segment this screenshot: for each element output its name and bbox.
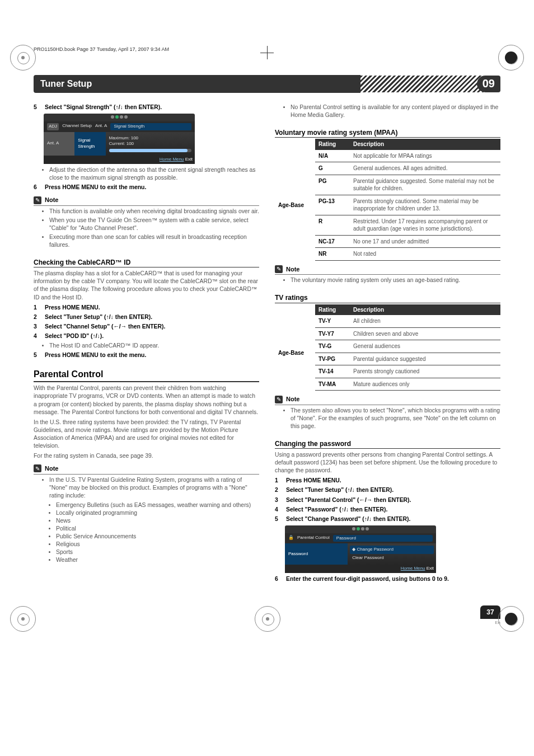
osd-max-label: Maximum:: [109, 135, 130, 140]
lock-icon: 🔒: [288, 535, 294, 542]
note-item: This function is available only when rec…: [49, 208, 259, 215]
rating-cell: R: [315, 215, 350, 235]
list-item: Locally originated programming: [56, 509, 259, 517]
parental-paragraph-2: In the U.S. three rating systems have be…: [34, 419, 259, 450]
step-text: Press HOME MENU.: [286, 477, 500, 485]
list-item: Public Service Announcements: [56, 533, 259, 541]
step-number: 3: [275, 496, 283, 504]
step-text: Select "Tuner Setup" (↑/↓ then ENTER).: [45, 313, 259, 321]
desc-cell: General audiences: [350, 340, 500, 353]
page-number: 37: [480, 605, 500, 619]
list-item: Weather: [56, 556, 259, 564]
osd-signal-strength: ADJ Channel Setup Ant. A Signal Strength…: [44, 114, 195, 164]
osd-cur-val: 100: [127, 141, 134, 146]
osd-max-val: 100: [131, 135, 138, 140]
rating-cell: TV-MA: [315, 378, 350, 391]
note-label: Note: [45, 196, 58, 204]
bullet-no-parental: No Parental Control setting is available…: [291, 104, 500, 119]
list-item: Political: [56, 525, 259, 533]
section-cablecard: Checking the CableCARD™ ID: [34, 255, 259, 267]
desc-cell: Parents strongly cautioned. Some materia…: [350, 195, 500, 215]
rating-cell: TV-G: [315, 340, 350, 353]
rating-cell: TV-Y7: [315, 327, 350, 340]
step-number: 5: [275, 515, 283, 523]
chapter-header: Tuner Setup 09: [34, 75, 500, 93]
language-label: En: [275, 620, 500, 626]
left-column: 5 Select "Signal Strength" (↑/↓ then ENT…: [34, 102, 259, 626]
note-icon: ✎: [34, 464, 41, 472]
th-rating: Rating: [315, 139, 350, 150]
note-text: The voluntary movie rating system only u…: [291, 276, 500, 284]
note-item: Executing more than one scan for cables …: [49, 233, 259, 249]
osd-crumb-2: Ant. A: [95, 123, 107, 130]
chapter-title: Tuner Setup: [34, 75, 360, 93]
section-mpaa: Voluntary movie rating system (MPAA): [275, 125, 500, 138]
list-item: Religious: [56, 541, 259, 548]
chapter-number: 09: [477, 76, 500, 92]
print-crosshair-top: [260, 46, 274, 59]
step-text: Select "Change Password" (↑/↓ then ENTER…: [286, 515, 500, 523]
step-text: Select "Tuner Setup" (↑/↓ then ENTER).: [286, 486, 500, 494]
osd-left-1: Password: [285, 543, 348, 565]
cablecard-paragraph: The plasma display has a slot for a Cabl…: [34, 270, 259, 301]
osd-crumb-3: Signal Strength: [110, 123, 191, 130]
step-text: Select "Parental Control" (←/→ then ENTE…: [286, 496, 500, 504]
rating-cell: NR: [315, 248, 350, 261]
step-number: 1: [34, 304, 41, 312]
desc-cell: No one 17 and under admitted: [350, 235, 500, 248]
step-number: 6: [34, 184, 41, 191]
note-icon: ✎: [34, 196, 41, 204]
osd-crumb-1: Parental Control: [297, 535, 330, 542]
section-parental-control: Parental Control: [34, 368, 259, 383]
rating-cell: N/A: [315, 150, 350, 162]
desc-cell: All children: [350, 315, 500, 327]
desc-cell: Children seven and above: [350, 327, 500, 340]
desc-cell: General audiences. All ages admitted.: [350, 162, 500, 175]
step-number: 3: [34, 323, 41, 331]
th-rating: Rating: [315, 304, 350, 316]
right-column: No Parental Control setting is available…: [275, 102, 500, 626]
tv-ratings-table: RatingDescription Age-BaseTV-YAll childr…: [275, 304, 500, 391]
osd-crumb-1: Channel Setup: [62, 123, 92, 130]
osd-left-1: Ant. A: [44, 132, 74, 156]
chapter-strip: [360, 76, 484, 92]
parental-paragraph-1: With the Parental Control, parents can p…: [34, 384, 259, 416]
section-change-password: Changing the password: [275, 436, 500, 449]
step-5-signal: 5 Select "Signal Strength" (↑/↓ then ENT…: [34, 104, 259, 111]
step-text: Select "Channel Setup" (←/→ then ENTER).: [45, 323, 259, 331]
print-registration-tr: [498, 45, 524, 71]
age-base-label: Age-Base: [275, 315, 315, 391]
step-number: 2: [275, 486, 283, 494]
th-desc: Description: [350, 139, 500, 150]
parental-paragraph-3: For the rating system in Canada, see pag…: [34, 452, 259, 460]
note-item: When you use the TV Guide On Screen™ sys…: [49, 217, 259, 232]
step-text: Select "POD ID" (↑/↓).: [45, 332, 259, 340]
list-item: News: [56, 517, 259, 525]
step-sub: The Host ID and CableCARD™ ID appear.: [49, 342, 259, 350]
osd-item-change: ◆ Change Password: [350, 546, 434, 554]
note-header: ✎ Note: [34, 196, 259, 206]
rating-cell: TV-Y: [315, 315, 350, 327]
desc-cell: Parents strongly cautioned: [350, 365, 500, 378]
desc-cell: Restricted. Under 17 requires accompanyi…: [350, 215, 500, 235]
osd-home-menu: Home Menu: [160, 157, 184, 162]
section-tv-ratings: TV ratings: [275, 290, 500, 303]
step-text: Enter the current four-digit password, u…: [286, 575, 500, 583]
desc-cell: Parental guidance suggested: [350, 353, 500, 365]
osd-exit: Exit: [427, 566, 434, 571]
desc-cell: Not applicable for MPAA ratings: [350, 150, 500, 162]
rating-cell: PG: [315, 175, 350, 195]
step-text: Press HOME MENU to exit the menu.: [45, 184, 259, 191]
step-text: Press HOME MENU to exit the menu.: [45, 351, 259, 359]
bullet-adjust-antenna: Adjust the direction of the antenna so t…: [49, 166, 259, 182]
note-header: ✎ Note: [34, 464, 259, 475]
step-number: 4: [275, 506, 283, 514]
th-desc: Description: [350, 304, 500, 316]
note-label: Note: [45, 464, 58, 473]
note-label: Note: [286, 395, 299, 403]
note-icon: ✎: [275, 265, 283, 273]
osd-adj-icon: ADJ: [47, 123, 59, 130]
osd-password: 🔒 Parental Control Password Password ◆ C…: [285, 525, 436, 573]
step-number: 5: [34, 104, 41, 111]
step-text: Select "Password" (↑/↓ then ENTER).: [286, 506, 500, 514]
